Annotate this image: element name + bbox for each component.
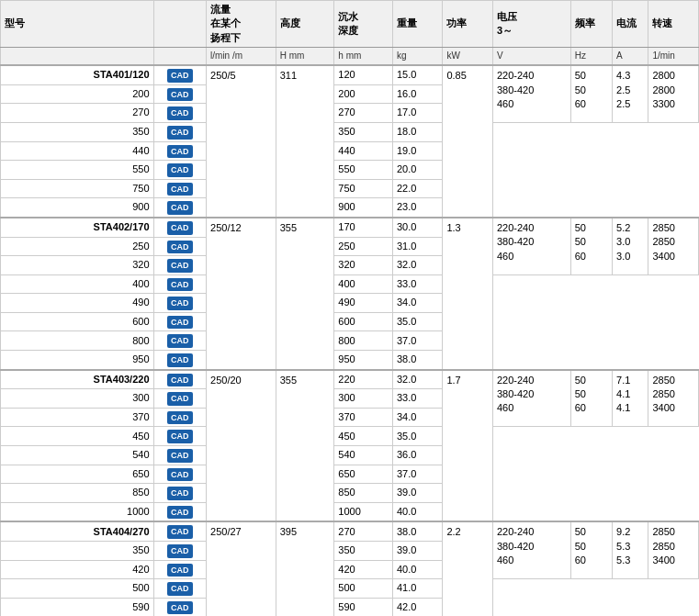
table-row: 450CAD45035.0 — [1, 427, 699, 446]
table-row: 600CAD60035.0 — [1, 312, 699, 331]
cell-cad[interactable]: CAD — [153, 560, 207, 579]
cell-weight: 40.0 — [392, 560, 443, 579]
cell-model: 550 — [1, 161, 154, 180]
cell-depth: 800 — [334, 331, 393, 351]
unit-height: H mm — [276, 48, 334, 66]
table-row: 490CAD49034.0 — [1, 294, 699, 313]
cad-button[interactable]: CAD — [167, 145, 193, 159]
cell-cad[interactable]: CAD — [153, 122, 207, 141]
cell-cad[interactable]: CAD — [153, 351, 207, 370]
cell-weight: 36.0 — [392, 446, 443, 465]
cell-cad[interactable]: CAD — [153, 370, 207, 389]
unit-voltage: V — [492, 48, 570, 66]
col-header-cad — [153, 1, 207, 48]
cell-cad[interactable]: CAD — [153, 179, 207, 198]
cell-cad[interactable]: CAD — [153, 408, 207, 427]
cell-cad[interactable]: CAD — [153, 331, 207, 351]
cell-cad[interactable]: CAD — [153, 198, 207, 218]
col-header-power: 功率 — [443, 1, 493, 48]
cad-button[interactable]: CAD — [167, 88, 193, 102]
cad-button[interactable]: CAD — [167, 69, 193, 83]
cad-button[interactable]: CAD — [167, 564, 193, 577]
cad-button[interactable]: CAD — [167, 392, 193, 406]
cell-cad[interactable]: CAD — [153, 484, 207, 503]
cell-model: 350 — [1, 542, 154, 561]
cell-weight: 23.0 — [392, 198, 443, 218]
cad-button[interactable]: CAD — [167, 259, 193, 273]
cell-cad[interactable]: CAD — [153, 104, 207, 123]
cell-cad[interactable]: CAD — [153, 141, 207, 161]
cad-button[interactable]: CAD — [167, 353, 193, 367]
cad-button[interactable]: CAD — [167, 582, 193, 596]
cell-flow: 250/20 — [207, 370, 276, 522]
table-row: 650CAD65037.0 — [1, 465, 699, 484]
cell-cad[interactable]: CAD — [153, 542, 207, 561]
col-header-speed: 转速 — [648, 1, 699, 48]
cell-weight: 38.0 — [392, 351, 443, 370]
cad-button[interactable]: CAD — [167, 183, 193, 196]
cad-button[interactable]: CAD — [167, 430, 193, 443]
cell-voltage: 220-240380-420460 — [492, 65, 570, 122]
cad-button[interactable]: CAD — [167, 201, 193, 215]
cell-depth: 270 — [334, 521, 393, 541]
cell-depth: 170 — [334, 218, 393, 237]
cell-cad[interactable]: CAD — [153, 579, 207, 599]
table-row: 400CAD40033.0 — [1, 274, 699, 294]
cell-cad[interactable]: CAD — [153, 65, 207, 84]
cad-button[interactable]: CAD — [167, 411, 193, 425]
unit-flow: l/min /m — [207, 48, 276, 66]
cell-cad[interactable]: CAD — [153, 389, 207, 409]
cad-button[interactable]: CAD — [167, 297, 193, 310]
cad-button[interactable]: CAD — [167, 278, 193, 292]
cad-button[interactable]: CAD — [167, 468, 193, 482]
unit-depth: h mm — [334, 48, 393, 66]
cell-current: 4.32.52.5 — [613, 65, 648, 122]
cell-cad[interactable]: CAD — [153, 521, 207, 541]
cad-button[interactable]: CAD — [167, 506, 193, 520]
cad-button[interactable]: CAD — [167, 374, 193, 387]
cad-button[interactable]: CAD — [167, 163, 193, 177]
cell-model: 590 — [1, 598, 154, 616]
table-row: 350CAD35018.0 — [1, 122, 699, 141]
cell-depth: 1000 — [334, 502, 393, 521]
cell-cad[interactable]: CAD — [153, 161, 207, 180]
cell-cad[interactable]: CAD — [153, 598, 207, 616]
cell-cad[interactable]: CAD — [153, 502, 207, 521]
cell-weight: 39.0 — [392, 542, 443, 561]
cad-button[interactable]: CAD — [167, 544, 193, 558]
cell-cad[interactable]: CAD — [153, 218, 207, 237]
cell-depth: 550 — [334, 161, 393, 180]
cell-weight: 32.0 — [392, 370, 443, 389]
cad-button[interactable]: CAD — [167, 525, 193, 539]
cell-cad[interactable]: CAD — [153, 427, 207, 446]
cell-cad[interactable]: CAD — [153, 274, 207, 294]
cad-button[interactable]: CAD — [167, 601, 193, 615]
cell-cad[interactable]: CAD — [153, 84, 207, 104]
cad-button[interactable]: CAD — [167, 221, 193, 235]
cad-button[interactable]: CAD — [167, 487, 193, 500]
cell-cad[interactable]: CAD — [153, 237, 207, 256]
cell-cad[interactable]: CAD — [153, 256, 207, 275]
cad-button[interactable]: CAD — [167, 316, 193, 330]
cad-button[interactable]: CAD — [167, 126, 193, 140]
cad-button[interactable]: CAD — [167, 449, 193, 463]
cad-button[interactable]: CAD — [167, 106, 193, 120]
cell-weight: 18.0 — [392, 122, 443, 141]
cad-button[interactable]: CAD — [167, 334, 193, 348]
header-row: 型号 流量 在某个 扬程下 高度 沉水 深度 重量 功率 电压 3～ 频率 电流… — [1, 1, 699, 48]
cell-cad[interactable]: CAD — [153, 294, 207, 313]
cell-depth: 370 — [334, 408, 393, 427]
cell-freq: 505060 — [570, 521, 612, 578]
cell-weight: 37.0 — [392, 331, 443, 351]
cell-freq: 505060 — [570, 65, 612, 122]
cell-voltage: 220-240380-420460 — [492, 370, 570, 427]
cell-cad[interactable]: CAD — [153, 465, 207, 484]
cell-cad[interactable]: CAD — [153, 446, 207, 465]
cell-cad[interactable]: CAD — [153, 312, 207, 331]
cell-model: 440 — [1, 141, 154, 161]
cell-depth: 900 — [334, 198, 393, 218]
cell-weight: 34.0 — [392, 294, 443, 313]
cell-depth: 300 — [334, 389, 393, 409]
cad-button[interactable]: CAD — [167, 241, 193, 254]
table-row: STA401/120CAD250/531112015.00.85220-2403… — [1, 65, 699, 84]
